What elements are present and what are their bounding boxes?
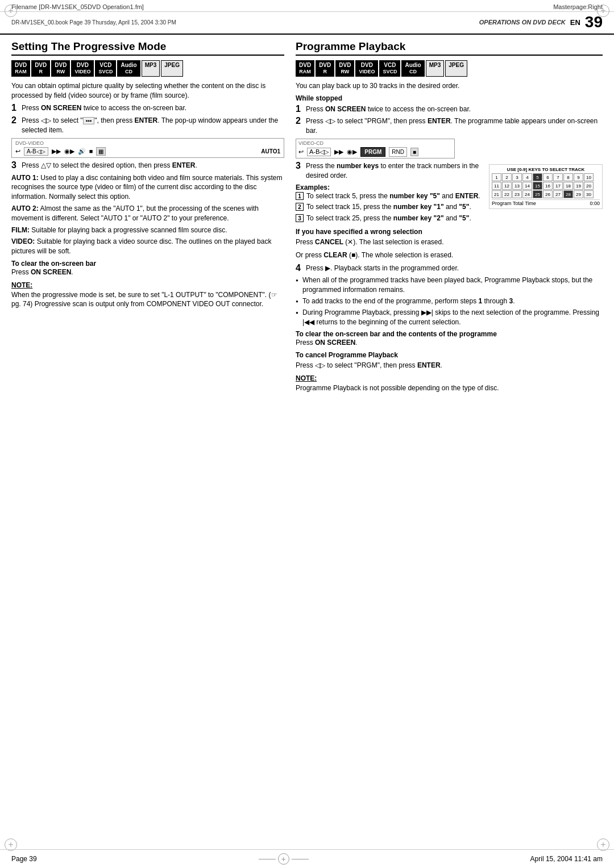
track-cell-9: 9 — [574, 173, 583, 181]
right-column: Programme Playback DVDRAM DVDR DVDRW DVD… — [296, 40, 603, 397]
track-total-value: 0:00 — [590, 201, 600, 206]
right-to-clear-label: To clear the on-screen bar and the conte… — [296, 330, 603, 338]
bullet-3: During Programme Playback, pressing ▶▶| … — [296, 308, 603, 327]
track-grid: USE [0-9] KEYS TO SELECT TRACK 1 2 3 4 5… — [489, 164, 603, 209]
track-cell-1: 1 — [492, 173, 501, 181]
example-3: 3 To select track 25, press the number k… — [296, 214, 603, 223]
prog-prgm-btn: PRGM — [360, 147, 385, 157]
track-cell-12: 12 — [502, 182, 512, 190]
wrong-selection-text2: Or press CLEAR (■). The whole selection … — [296, 251, 603, 260]
footer-page: Page 39 — [11, 855, 37, 863]
track-cell-3: 3 — [512, 173, 522, 181]
right-step-2-content: Press ◁▷ to select "PRGM", then press EN… — [306, 116, 603, 136]
track-cell-17: 17 — [553, 182, 563, 190]
track-cell-20: 20 — [584, 182, 594, 190]
ctrl-ff: ▶▶ — [52, 148, 61, 155]
right-badge-dvd-video: DVDVIDEO — [355, 60, 378, 77]
step-2-content: Press ◁▷ to select "▪▪▪", then press ENT… — [22, 116, 284, 135]
wrong-selection-text1: Press CANCEL (✕). The last selection is … — [296, 237, 603, 247]
to-clear-text: Press ON SCREEN. — [11, 268, 284, 277]
bullet-list: When all of the programmed tracks have b… — [296, 276, 603, 327]
track-cell-25: 25 — [533, 190, 542, 198]
header-top: Filename [DR-MV1SEK_05DVD Operation1.fm]… — [0, 0, 614, 12]
page-wrapper: + + + + Filename [DR-MV1SEK_05DVD Operat… — [0, 0, 614, 868]
ctrl-menu: ■ — [89, 148, 93, 155]
prog-ctrl-ff: ▶▶ — [334, 148, 343, 156]
prog-table-label: VIDEO-CD — [298, 140, 452, 146]
badge-dvd-video: DVDVIDEO — [71, 60, 94, 77]
left-intro-text: You can obtain optimal picture quality b… — [11, 81, 284, 101]
right-step-2: 2 Press ◁▷ to select "PRGM", then press … — [296, 116, 603, 136]
right-badge-vcd: VCDSVCD — [379, 60, 400, 77]
track-grid-label: USE [0-9] KEYS TO SELECT TRACK — [492, 167, 600, 172]
track-cell-24: 24 — [522, 190, 532, 198]
right-step-1-content: Press ON SCREEN twice to access the on-s… — [306, 105, 603, 114]
track-cell-19: 19 — [574, 182, 583, 190]
auto-label: AUTO1 — [261, 148, 280, 155]
badge-vcd: VCDSVCD — [95, 60, 116, 77]
ctrl-vol: 🔊 — [78, 148, 86, 155]
track-cell-8: 8 — [563, 173, 573, 181]
track-cell-29: 29 — [574, 190, 583, 198]
badge-dvd-rw: DVDRW — [51, 60, 70, 77]
footer-center: + — [259, 853, 309, 865]
option-video: VIDEO: Suitable for playing back a video… — [11, 237, 284, 256]
right-badge-dvd-ram: DVDRAM — [296, 60, 314, 77]
track-cell-16: 16 — [543, 182, 553, 190]
option-film: FILM: Suitable for playing back a progre… — [11, 226, 284, 235]
badge-dvd-ram: DVDRAM — [11, 60, 30, 77]
track-row-2: 11 12 13 14 15 16 17 18 19 20 — [492, 182, 600, 190]
badge-dvd-r: DVDR — [31, 60, 50, 77]
bullet-1: When all of the programmed tracks have b… — [296, 276, 603, 295]
prog-rnd-btn: RND — [389, 147, 407, 157]
while-stopped: While stopped — [296, 94, 603, 102]
left-note-title: NOTE: — [11, 281, 32, 289]
corner-mark-tl: + — [5, 5, 17, 17]
right-step-4: 4 Press ▶. Playback starts in the progra… — [296, 264, 603, 273]
main-content: Setting The Progressive Mode DVDRAM DVDR… — [0, 35, 614, 402]
step-number-3: 3 — [11, 161, 19, 170]
ctrl-abc: A-B◁▷ — [24, 147, 48, 156]
left-note-text: When the progressive mode is set, be sur… — [11, 291, 277, 308]
right-intro-text: You can play back up to 30 tracks in the… — [296, 81, 603, 91]
prog-table: VIDEO-CD ↩ A-B◁▷ ▶▶ ◉▶ PRGM RND ■ — [296, 139, 455, 158]
onscreen-bar: DVD-VIDEO ↩ A-B◁▷ ▶▶ ◉▶ 🔊 ■ ▦ AUTO1 — [11, 138, 284, 158]
ctrl-selected: ▦ — [96, 147, 106, 156]
right-note-title: NOTE: — [296, 374, 317, 382]
track-cell-14: 14 — [522, 182, 532, 190]
header-masterpage: Masterpage:Right — [553, 3, 603, 10]
right-step-number-1: 1 — [296, 105, 304, 114]
right-step-3: 3 Press the number keys to enter the tra… — [296, 161, 489, 181]
header-right: OPERATIONS ON DVD DECK EN 39 — [479, 13, 603, 31]
badge-mp3: MP3xx — [142, 60, 160, 77]
right-section-title: Programme Playback — [296, 40, 603, 56]
footer: Page 39 + April 15, 2004 11:41 am — [0, 849, 614, 868]
to-cancel-label: To cancel Programme Playback — [296, 351, 603, 359]
left-step-3: 3 Press △▽ to select the desired option,… — [11, 161, 284, 170]
option-auto2: AUTO 2: Almost the same as the "AUTO 1",… — [11, 204, 284, 223]
left-section-title: Setting The Progressive Mode — [11, 40, 284, 56]
track-cell-21: 21 — [492, 190, 501, 198]
right-step-number-4: 4 — [296, 264, 304, 273]
track-cell-26: 26 — [543, 190, 553, 198]
example-num-3: 3 — [296, 214, 304, 222]
right-step-1: 1 Press ON SCREEN twice to access the on… — [296, 105, 603, 114]
badge-jpeg: JPEGxx — [161, 60, 183, 77]
footer-date: April 15, 2004 11:41 am — [530, 855, 603, 863]
to-cancel-text: Press ◁▷ to select "PRGM", then press EN… — [296, 361, 603, 370]
onscreen-bar-label: DVD-VIDEO — [15, 140, 280, 146]
corner-mark-tr: + — [597, 5, 609, 17]
right-badge-mp3: MP3xx — [426, 60, 445, 77]
ctrl-play: ◉▶ — [64, 148, 74, 155]
example-num-2: 2 — [296, 203, 304, 211]
right-badge-jpeg: JPEGxx — [445, 60, 467, 77]
en-label: EN — [570, 18, 580, 27]
right-step-number-3: 3 — [296, 161, 304, 181]
track-total-label: Program Total Time — [492, 201, 536, 206]
right-step-3-area: USE [0-9] KEYS TO SELECT TRACK 1 2 3 4 5… — [296, 161, 603, 225]
step-1-content: Press ON SCREEN twice to access the on-s… — [22, 103, 284, 113]
header-book-info: DR-MV1SEK_00.book Page 39 Thursday, Apri… — [11, 19, 176, 26]
track-cell-28: 28 — [563, 190, 573, 198]
track-cell-11: 11 — [492, 182, 501, 190]
header-filename: Filename [DR-MV1SEK_05DVD Operation1.fm] — [11, 3, 144, 10]
